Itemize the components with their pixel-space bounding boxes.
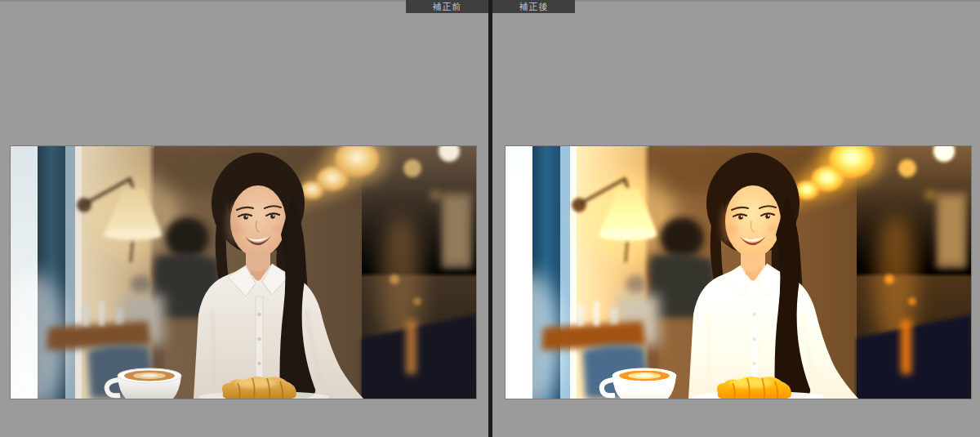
before-label-tab: 補正前 (406, 0, 488, 13)
before-photo[interactable] (11, 146, 476, 399)
after-photo-illustration (506, 146, 971, 399)
before-photo-illustration (11, 146, 476, 399)
before-label: 補正前 (433, 2, 462, 11)
after-label-tab: 補正後 (492, 0, 575, 13)
after-label: 補正後 (519, 2, 549, 11)
after-photo[interactable] (506, 146, 971, 399)
panel-divider (488, 0, 492, 437)
before-after-compare-view: 補正前 補正後 (0, 0, 980, 437)
